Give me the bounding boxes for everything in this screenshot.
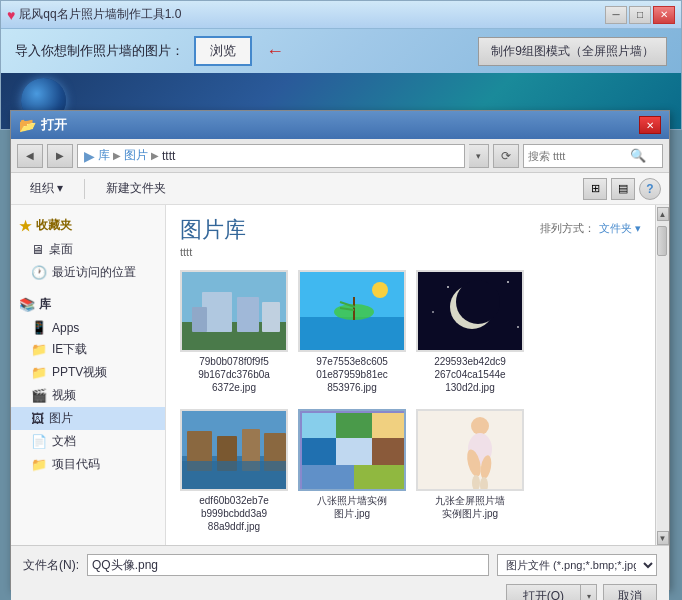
content-header: 图片库 tttt 排列方式： 文件夹 ▾ — [166, 205, 655, 262]
svg-rect-32 — [372, 438, 406, 465]
file-item-5[interactable]: 八张照片墙实例图片.jpg — [298, 409, 406, 538]
sort-area: 排列方式： 文件夹 ▾ — [540, 221, 641, 236]
view-list-btn[interactable]: ▤ — [611, 178, 635, 200]
organize-button[interactable]: 组织 ▾ — [19, 176, 74, 201]
apps-icon: 📱 — [31, 320, 47, 335]
svg-point-37 — [471, 417, 489, 435]
scroll-up-btn[interactable]: ▲ — [657, 207, 669, 221]
sidebar-item-apps[interactable]: 📱 Apps — [11, 317, 165, 338]
path-sep-1: ▶ — [113, 150, 121, 161]
file-label-3: 229593eb42dc9267c04ca1544e130d2d.jpg — [434, 355, 506, 394]
svg-rect-26 — [182, 461, 288, 491]
sidebar-item-pictures[interactable]: 🖼 图片 — [11, 407, 165, 430]
library-label: 库 — [39, 296, 51, 313]
sort-label: 排列方式： — [540, 221, 595, 236]
browse-button[interactable]: 浏览 — [194, 36, 252, 66]
file-item-6[interactable]: 九张全屏照片墙实例图片.jpg — [416, 409, 524, 538]
main-content-area: 导入你想制作照片墙的图片： 浏览 ← 制作9组图模式（全屏照片墙） — [1, 29, 681, 73]
search-input[interactable] — [528, 150, 628, 162]
path-pics[interactable]: 图片 — [124, 147, 148, 164]
filename-row: 文件名(N): 图片文件 (*.png;*.bmp;*.jpg;* — [23, 554, 657, 576]
girl-thumbnail — [418, 411, 522, 489]
filename-input[interactable] — [87, 554, 489, 576]
scroll-handle[interactable] — [657, 226, 667, 256]
svg-point-18 — [432, 311, 434, 313]
heart-icon: ♥ — [7, 7, 15, 23]
file-label-2: 97e7553e8c60501e87959b81ec853976.jpg — [316, 355, 388, 394]
svg-rect-4 — [192, 307, 207, 332]
svg-rect-30 — [300, 438, 336, 465]
favorites-label: 收藏夹 — [36, 217, 72, 234]
thumbnail-3 — [416, 270, 524, 352]
open-btn-group: 打开(O) ▾ — [506, 584, 597, 600]
file-item-3[interactable]: 229593eb42dc9267c04ca1544e130d2d.jpg — [416, 270, 524, 399]
refresh-button[interactable]: ⟳ — [493, 144, 519, 168]
thumbnail-2 — [298, 270, 406, 352]
sidebar-item-projects[interactable]: 📁 项目代码 — [11, 453, 165, 476]
new-folder-button[interactable]: 新建文件夹 — [95, 176, 177, 201]
open-button[interactable]: 打开(O) — [506, 584, 581, 600]
main-close-btn[interactable]: ✕ — [653, 6, 675, 24]
filetype-select[interactable]: 图片文件 (*.png;*.bmp;*.jpg;* — [497, 554, 657, 576]
scroll-down-btn[interactable]: ▼ — [657, 531, 669, 545]
file-item-2[interactable]: 97e7553e8c60501e87959b81ec853976.jpg — [298, 270, 406, 399]
search-icon[interactable]: 🔍 — [630, 148, 646, 163]
library-header[interactable]: 📚 库 — [11, 292, 165, 317]
thumbnail-5 — [298, 409, 406, 491]
svg-rect-31 — [336, 438, 372, 465]
toolbar-right: ⊞ ▤ ? — [583, 178, 661, 200]
sidebar-label-recent: 最近访问的位置 — [52, 264, 136, 281]
view-grid-btn[interactable]: ⊞ — [583, 178, 607, 200]
import-label: 导入你想制作照片墙的图片： — [15, 42, 184, 60]
path-current: tttt — [162, 149, 175, 163]
sidebar-item-iedownload[interactable]: 📁 IE下载 — [11, 338, 165, 361]
svg-rect-29 — [372, 411, 406, 438]
docs-icon: 📄 — [31, 434, 47, 449]
file-item-1[interactable]: 79b0b078f0f9f59b167dc376b0a6372e.jpg — [180, 270, 288, 399]
dialog-title-text: 打开 — [41, 116, 67, 134]
make-button[interactable]: 制作9组图模式（全屏照片墙） — [478, 37, 667, 66]
sort-value-btn[interactable]: 文件夹 ▾ — [599, 221, 641, 236]
toolbar-separator — [84, 179, 85, 199]
svg-point-8 — [372, 282, 388, 298]
sidebar-label-ie: IE下载 — [52, 341, 87, 358]
svg-point-16 — [447, 286, 449, 288]
path-lib[interactable]: 库 — [98, 147, 110, 164]
dialog-close-btn[interactable]: ✕ — [639, 116, 661, 134]
content-title: 图片库 — [180, 215, 246, 245]
action-row: 打开(O) ▾ 取消 — [23, 584, 657, 600]
svg-rect-33 — [300, 465, 354, 491]
projects-icon: 📁 — [31, 457, 47, 472]
dialog-win-controls: ✕ — [639, 116, 661, 134]
sidebar: ★ 收藏夹 🖥 桌面 🕐 最近访问的位置 📚 库 📱 Apps 📁 — [11, 205, 166, 545]
filename-label: 文件名(N): — [23, 557, 79, 574]
search-box: 🔍 — [523, 144, 663, 168]
file-grid: 79b0b078f0f9f59b167dc376b0a6372e.jpg — [166, 262, 655, 545]
svg-rect-27 — [300, 411, 336, 438]
pictures-icon: 🖼 — [31, 411, 44, 426]
sidebar-label-pictures: 图片 — [49, 410, 73, 427]
open-dropdown-btn[interactable]: ▾ — [581, 584, 597, 600]
svg-point-19 — [517, 326, 519, 328]
sidebar-item-docs[interactable]: 📄 文档 — [11, 430, 165, 453]
back-button[interactable]: ◀ — [17, 144, 43, 168]
sidebar-item-desktop[interactable]: 🖥 桌面 — [11, 238, 165, 261]
main-title-left: ♥ 屁风qq名片照片墙制作工具1.0 — [7, 6, 181, 23]
main-minimize-btn[interactable]: ─ — [605, 6, 627, 24]
file-label-1: 79b0b078f0f9f59b167dc376b0a6372e.jpg — [198, 355, 270, 394]
address-bar: ◀ ▶ ▶ 库 ▶ 图片 ▶ tttt ▾ ⟳ 🔍 — [11, 139, 669, 173]
forward-button[interactable]: ▶ — [47, 144, 73, 168]
help-button[interactable]: ? — [639, 178, 661, 200]
favorites-header[interactable]: ★ 收藏夹 — [11, 213, 165, 238]
sidebar-item-recent[interactable]: 🕐 最近访问的位置 — [11, 261, 165, 284]
sidebar-label-pptv: PPTV视频 — [52, 364, 107, 381]
path-dropdown-btn[interactable]: ▾ — [469, 144, 489, 168]
sidebar-item-video[interactable]: 🎬 视频 — [11, 384, 165, 407]
sidebar-label-docs: 文档 — [52, 433, 76, 450]
file-item-4[interactable]: edf60b032eb7eb999bcbdd3a988a9ddf.jpg — [180, 409, 288, 538]
main-maximize-btn[interactable]: □ — [629, 6, 651, 24]
cancel-button[interactable]: 取消 — [603, 584, 657, 600]
river-thumbnail — [182, 411, 286, 489]
thumbnail-6 — [416, 409, 524, 491]
sidebar-item-pptv[interactable]: 📁 PPTV视频 — [11, 361, 165, 384]
